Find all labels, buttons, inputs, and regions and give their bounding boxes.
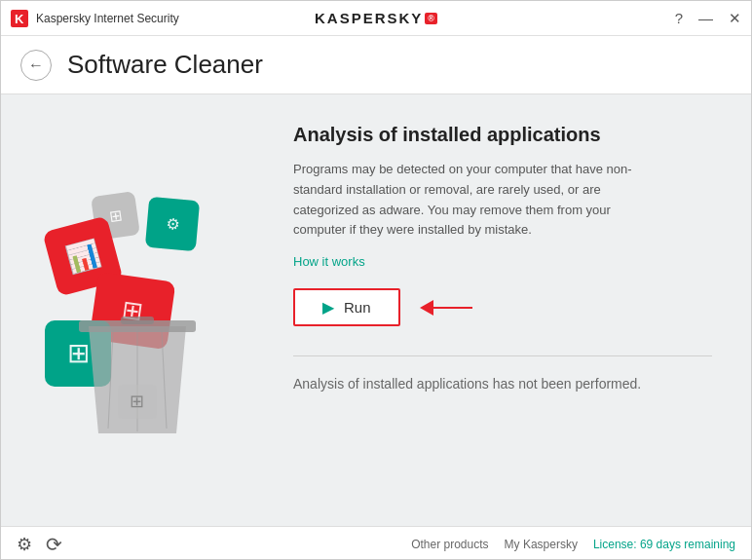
how-it-works-link[interactable]: How it works — [293, 254, 365, 269]
settings-icon[interactable]: ⚙ — [17, 534, 32, 555]
arrow-head — [420, 300, 433, 316]
logo-text: KASPERSKY — [315, 10, 423, 26]
refresh-icon[interactable]: ⟳ — [46, 533, 62, 556]
trash-can: ⊞ — [74, 317, 201, 447]
divider — [293, 355, 712, 356]
app-icon-teal-small: ⚙ — [145, 196, 200, 250]
logo-badge: ® — [425, 13, 437, 24]
minimize-button[interactable]: — — [698, 11, 713, 25]
content-description: Programs may be detected on your compute… — [293, 160, 663, 241]
page-title: Software Cleaner — [67, 50, 263, 80]
main-content: ⊞ 📊 ⚙ ⊞ ⊞ — [1, 94, 751, 526]
svg-rect-9 — [121, 317, 154, 324]
my-kaspersky-link[interactable]: My Kaspersky — [505, 538, 578, 551]
help-button[interactable]: ? — [675, 11, 683, 25]
arrow-pointer — [420, 300, 472, 316]
play-icon: ▶ — [322, 298, 334, 317]
titlebar-logo: KASPERSKY® — [315, 10, 437, 26]
header: ← Software Cleaner — [1, 36, 751, 94]
icon-symbol: 📊 — [62, 236, 103, 276]
titlebar-controls: ? — ✕ — [675, 11, 741, 25]
content-title: Analysis of installed applications — [293, 124, 712, 146]
status-text: Analysis of installed applications has n… — [293, 376, 712, 392]
trash-can-svg: ⊞ — [74, 317, 201, 443]
content-right: Analysis of installed applications Progr… — [274, 94, 751, 526]
trash-illustration: ⊞ 📊 ⚙ ⊞ ⊞ — [40, 194, 235, 447]
icon-symbol: ⚙ — [165, 213, 180, 233]
arrow-line — [433, 307, 472, 309]
svg-text:⊞: ⊞ — [130, 392, 144, 411]
run-button-label: Run — [344, 299, 371, 316]
illustration-area: ⊞ 📊 ⚙ ⊞ ⊞ — [1, 94, 274, 526]
back-arrow-icon: ← — [28, 56, 44, 74]
svg-text:K: K — [15, 12, 24, 26]
titlebar: K Kaspersky Internet Security KASPERSKY®… — [1, 1, 751, 36]
other-products-link[interactable]: Other products — [411, 538, 488, 551]
footer: ⚙ ⟳ Other products My Kaspersky License:… — [1, 526, 751, 560]
titlebar-app-name: Kaspersky Internet Security — [36, 12, 179, 25]
icon-symbol: ⊞ — [108, 205, 124, 226]
back-button[interactable]: ← — [20, 50, 52, 81]
footer-left: ⚙ ⟳ — [17, 533, 62, 556]
run-button-area: ▶ Run — [293, 288, 712, 326]
license-info: License: 69 days remaining — [593, 538, 735, 551]
run-button[interactable]: ▶ Run — [293, 288, 400, 326]
footer-right: Other products My Kaspersky License: 69 … — [411, 538, 735, 551]
kaspersky-icon: K — [11, 10, 28, 27]
titlebar-left: K Kaspersky Internet Security — [11, 10, 179, 27]
close-button[interactable]: ✕ — [729, 11, 741, 25]
